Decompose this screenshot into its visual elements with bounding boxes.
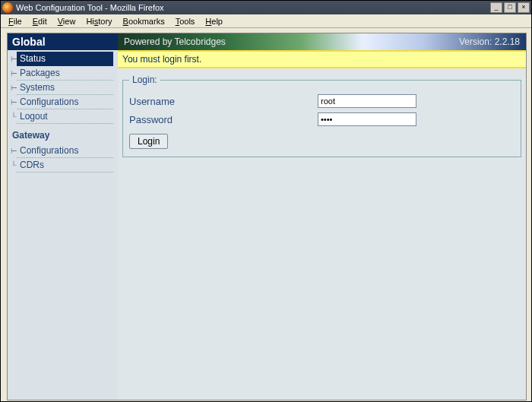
brand-text: Powered by Telcobridges	[124, 36, 459, 47]
tree-branch-icon: └	[8, 161, 17, 169]
sidebar-item-label: Configurations	[17, 95, 113, 109]
sidebar-item-packages[interactable]: ⊢ Packages	[8, 66, 118, 81]
sidebar-header-gateway: Gateway	[8, 128, 118, 142]
window-close-button[interactable]: ×	[518, 2, 530, 13]
login-button[interactable]: Login	[129, 134, 168, 149]
window-title: Web Configuration Tool - Mozilla Firefox	[16, 3, 490, 12]
menu-file[interactable]: File	[4, 16, 27, 27]
sidebar-item-systems[interactable]: ⊢ Systems	[8, 81, 118, 95]
tree-branch-icon: ⊢	[8, 69, 17, 78]
form-container: Login: Username Password Login	[118, 68, 526, 400]
sidebar-item-label: CDRs	[17, 158, 113, 173]
sidebar-item-label: Packages	[17, 66, 113, 81]
sidebar-header-global: Global	[8, 33, 118, 50]
menu-history[interactable]: History	[81, 16, 116, 27]
sidebar-item-logout[interactable]: └ Logout	[8, 109, 118, 124]
tree-branch-icon: ⊢	[8, 55, 17, 63]
sidebar-gateway-section: ⊢ Configurations └ CDRs	[8, 142, 118, 177]
menu-tools[interactable]: Tools	[171, 16, 200, 27]
username-label: Username	[129, 96, 318, 107]
sidebar-global-section: ⊢ Status ⊢ Packages ⊢ Systems ⊢ Configur…	[8, 50, 118, 128]
username-input[interactable]	[318, 94, 416, 108]
tree-branch-icon: └	[8, 112, 17, 121]
password-label: Password	[129, 114, 318, 125]
alert-message: You must login first.	[118, 50, 526, 68]
browser-menubar: File Edit View History Bookmarks Tools H…	[1, 14, 531, 28]
sidebar-item-configurations[interactable]: ⊢ Configurations	[8, 95, 118, 109]
header-banner: Powered by Telcobridges Version: 2.2.18	[118, 33, 526, 50]
sidebar: Global ⊢ Status ⊢ Packages ⊢ Systems ⊢ C…	[8, 33, 118, 400]
sidebar-item-label: Configurations	[17, 144, 113, 158]
menu-bookmarks[interactable]: Bookmarks	[119, 16, 169, 27]
tree-branch-icon: ⊢	[8, 98, 17, 106]
sidebar-item-label: Systems	[17, 81, 113, 95]
version-text: Version: 2.2.18	[459, 36, 520, 47]
menu-edit[interactable]: Edit	[28, 16, 52, 27]
sidebar-item-label: Status	[17, 52, 113, 66]
window-minimize-button[interactable]: _	[490, 2, 502, 13]
sidebar-item-label: Logout	[17, 109, 113, 124]
main-area: Powered by Telcobridges Version: 2.2.18 …	[118, 33, 526, 400]
sidebar-item-status[interactable]: ⊢ Status	[8, 52, 118, 66]
menu-help[interactable]: Help	[201, 16, 227, 27]
password-input[interactable]	[318, 112, 416, 126]
login-fieldset: Login: Username Password Login	[122, 74, 521, 157]
firefox-icon	[2, 2, 13, 13]
menu-view[interactable]: View	[53, 16, 81, 27]
tree-branch-icon: ⊢	[8, 147, 17, 155]
page-frame: Global ⊢ Status ⊢ Packages ⊢ Systems ⊢ C…	[7, 33, 527, 400]
tree-branch-icon: ⊢	[8, 84, 17, 92]
login-legend: Login:	[129, 74, 160, 85]
sidebar-item-cdrs[interactable]: └ CDRs	[8, 158, 118, 173]
browser-content: Global ⊢ Status ⊢ Packages ⊢ Systems ⊢ C…	[1, 28, 531, 401]
window-titlebar: Web Configuration Tool - Mozilla Firefox…	[1, 1, 531, 14]
sidebar-item-gw-configurations[interactable]: ⊢ Configurations	[8, 144, 118, 158]
window-maximize-button[interactable]: □	[504, 2, 516, 13]
